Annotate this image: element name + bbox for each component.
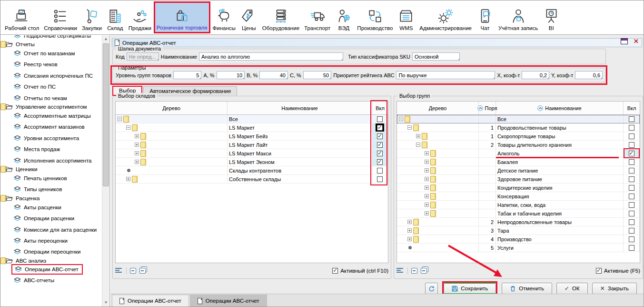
- tree-cell[interactable]: −: [397, 115, 479, 123]
- included-checkbox[interactable]: [629, 228, 634, 234]
- expand-plus-icon[interactable]: +: [407, 228, 412, 233]
- column-header-included[interactable]: Вкл: [372, 102, 388, 114]
- table-row[interactable]: +1Скоропортящие товары: [397, 132, 640, 141]
- included-checkbox[interactable]: [629, 125, 634, 131]
- collapse-window-icon[interactable]: [130, 268, 136, 274]
- collapse-minus-icon[interactable]: −: [399, 117, 403, 121]
- expand-plus-icon[interactable]: +: [425, 194, 429, 198]
- included-checkbox[interactable]: [629, 194, 634, 199]
- name-cell[interactable]: Производство: [496, 235, 624, 243]
- collapse-all-windows-icon[interactable]: [421, 268, 427, 274]
- sidebar-item-abc-reports[interactable]: АВС-отчеты: [0, 275, 102, 286]
- included-cell[interactable]: [372, 149, 388, 157]
- name-cell[interactable]: Услуги: [496, 244, 624, 252]
- name-cell[interactable]: Алкоголь: [496, 149, 624, 157]
- a-field[interactable]: 10: [217, 71, 245, 79]
- tree-cell[interactable]: +: [116, 149, 228, 157]
- tree-cell[interactable]: +: [397, 149, 479, 157]
- sidebar-item-pricing-act-commissions[interactable]: Комиссии для акта расценки: [0, 224, 102, 235]
- expand-plus-icon[interactable]: +: [425, 160, 429, 164]
- sidebar-item-price-tag-types[interactable]: Типы ценников: [0, 184, 102, 195]
- included-checkbox[interactable]: [629, 185, 634, 191]
- included-checkbox[interactable]: [377, 151, 383, 156]
- table-row[interactable]: +Кондитерские изделия: [397, 184, 640, 192]
- table-row[interactable]: 5Услуги: [397, 244, 640, 252]
- toolbar-item-transport[interactable]: Транспорт: [302, 1, 333, 33]
- expand-plus-icon[interactable]: +: [135, 134, 139, 138]
- sidebar-item-revaluation-acts[interactable]: Акты переоценки: [0, 235, 102, 246]
- name-cell[interactable]: Здоровое питание: [496, 175, 624, 183]
- included-cell[interactable]: [624, 175, 640, 183]
- tree-cell[interactable]: +: [397, 175, 479, 183]
- toolbar-item-equipment[interactable]: Оборудование: [260, 1, 302, 33]
- tree-cell[interactable]: +: [397, 226, 479, 235]
- name-cell[interactable]: LS Маркет Эконом: [228, 158, 372, 166]
- table-row[interactable]: +Табак и табачные изделия: [397, 209, 640, 218]
- included-cell[interactable]: [624, 218, 640, 226]
- table-row[interactable]: −Все: [397, 115, 640, 123]
- name-cell[interactable]: Продовольственные товары: [496, 123, 624, 132]
- name-cell[interactable]: LS Маркет Лайт: [228, 141, 372, 149]
- sidebar-item-pricing[interactable]: Расценка: [0, 195, 6, 202]
- tree-cell[interactable]: +: [397, 132, 479, 140]
- x-coef-field[interactable]: 0,2: [522, 71, 549, 79]
- sidebar-item-sales-places[interactable]: Места продаж: [0, 144, 102, 155]
- sidebar-item-ps-writeoffs[interactable]: Списания испорченных ПС: [0, 70, 102, 81]
- table-row[interactable]: +LS Маркет Макси: [116, 149, 388, 158]
- tab-auto-formation[interactable]: Автоматическое формирование: [143, 86, 237, 96]
- sidebar-item-receipt-reports[interactable]: Отчеты по чекам: [0, 92, 102, 103]
- expand-plus-icon[interactable]: +: [425, 211, 429, 215]
- refresh-button[interactable]: [425, 283, 438, 294]
- sidebar-item-reports[interactable]: Отчеты: [0, 41, 6, 48]
- name-cell[interactable]: Непродовольтсвенные товары: [496, 218, 624, 226]
- toolbar-item-warehouse[interactable]: Склад: [104, 1, 126, 33]
- name-cell[interactable]: Табак и табачные изделия: [496, 209, 624, 217]
- table-row[interactable]: +Детское питание: [397, 166, 640, 175]
- name-cell[interactable]: Напитки, соки, вода: [496, 201, 624, 209]
- sidebar-item-gift-certificates[interactable]: Подарочные сертификаты: [0, 35, 102, 41]
- included-checkbox[interactable]: [629, 236, 634, 242]
- toolbar-item-account[interactable]: Учётная запись: [496, 1, 540, 33]
- tree-cell[interactable]: +: [116, 141, 228, 149]
- table-row[interactable]: +LS Маркет Лайт: [116, 141, 388, 149]
- table-row[interactable]: +Собственные склады: [116, 175, 388, 184]
- expand-plus-icon[interactable]: +: [135, 160, 139, 164]
- filter-icon[interactable]: [396, 268, 404, 274]
- sidebar-item-assortment-executions[interactable]: Исполнения ассортимента: [0, 155, 102, 166]
- close-button[interactable]: ✕Закрыть: [592, 283, 637, 294]
- table-row[interactable]: +Бакалея: [397, 158, 640, 166]
- included-checkbox[interactable]: [377, 159, 383, 165]
- included-checkbox[interactable]: [629, 219, 634, 225]
- table-row[interactable]: −1Продовольственные товары: [397, 123, 640, 132]
- table-row[interactable]: +LS Маркет Бейз: [116, 132, 388, 141]
- included-checkbox[interactable]: [629, 245, 634, 251]
- included-checkbox[interactable]: [377, 176, 383, 182]
- included-cell[interactable]: [624, 209, 640, 217]
- name-cell[interactable]: Все: [496, 115, 624, 123]
- tree-cell[interactable]: +: [116, 158, 228, 166]
- cancel-button[interactable]: Отменить: [502, 283, 552, 294]
- toolbar-item-wms[interactable]: WMS: [395, 1, 417, 33]
- sidebar-item-ps-report[interactable]: Отчет по ПС: [0, 82, 102, 92]
- expand-plus-icon[interactable]: +: [425, 177, 429, 181]
- included-cell[interactable]: [624, 149, 640, 157]
- tree-cell[interactable]: −: [397, 123, 479, 132]
- sidebar-item-abc-analysis[interactable]: АВС анализ: [0, 257, 6, 264]
- included-checkbox[interactable]: [377, 142, 383, 148]
- included-cell[interactable]: [624, 132, 640, 140]
- table-row[interactable]: +Консервация: [397, 192, 640, 201]
- toolbar-item-admin[interactable]: Администрирование: [417, 1, 474, 33]
- collapse-window-icon[interactable]: [411, 268, 417, 274]
- scroll-up-arrow-icon[interactable]: ▲: [103, 36, 109, 42]
- name-cell[interactable]: Кондитерские изделия: [496, 184, 624, 192]
- collapse-minus-icon[interactable]: −: [416, 143, 420, 147]
- expand-plus-icon[interactable]: +: [135, 151, 139, 155]
- expand-plus-icon[interactable]: +: [425, 185, 429, 190]
- column-header-name[interactable]: Наименование: [228, 102, 372, 114]
- included-checkbox[interactable]: [629, 116, 634, 122]
- sidebar-item-assortment-levels[interactable]: Уровни ассортимента: [0, 133, 102, 143]
- table-row[interactable]: +Напитки, соки, вода: [397, 201, 640, 209]
- name-cell[interactable]: Бакалея: [496, 158, 624, 166]
- priority-field[interactable]: По выручке: [396, 71, 495, 79]
- toolbar-item-sales[interactable]: Продажи: [126, 1, 154, 33]
